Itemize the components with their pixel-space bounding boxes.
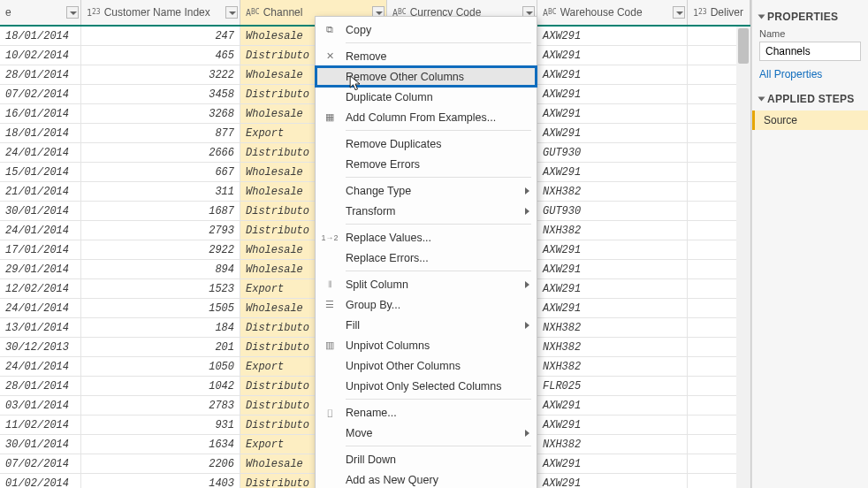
ctx-duplicate-column[interactable]: Duplicate Column [316, 87, 537, 107]
ctx-copy[interactable]: ⧉ Copy [316, 19, 537, 40]
cell-warehouse: GUT930 [537, 143, 688, 162]
cell-date: 11/02/2014 [0, 416, 81, 434]
ctx-rename[interactable]: ⌷ Rename... [316, 402, 537, 423]
separator [346, 42, 531, 43]
cell-warehouse: AXW291 [537, 240, 688, 259]
col-label: Channel [263, 6, 303, 19]
cell-date: 07/02/2014 [0, 454, 81, 473]
cell-warehouse: AXW291 [537, 46, 688, 65]
ctx-unpivot-columns[interactable]: ▥ Unpivot Columns [316, 335, 537, 355]
ctx-label: Change Type [346, 185, 411, 197]
ctx-label: Drill Down [346, 454, 396, 466]
ctx-replace-errors[interactable]: Replace Errors... [316, 248, 537, 268]
submenu-arrow-icon [525, 281, 529, 288]
ctx-label: Transform [346, 205, 396, 217]
numeric-type-icon: 123 [693, 8, 707, 18]
group-icon: ☰ [323, 298, 337, 312]
ctx-group-by[interactable]: ☰ Group By... [316, 294, 537, 315]
cell-index: 877 [81, 124, 240, 142]
cell-index: 2666 [81, 143, 240, 162]
ctx-remove-duplicates[interactable]: Remove Duplicates [316, 133, 537, 154]
ctx-remove-errors[interactable]: Remove Errors [316, 154, 537, 174]
ctx-change-type[interactable]: Change Type [316, 180, 537, 201]
query-name-input[interactable] [759, 42, 861, 61]
cell-date: 30/01/2014 [0, 435, 81, 454]
submenu-arrow-icon [525, 187, 529, 194]
cell-date: 13/01/2014 [0, 318, 81, 337]
col-header-deliver[interactable]: 123 Deliver [688, 0, 750, 25]
ctx-label: Unpivot Columns [346, 339, 430, 352]
split-icon: ⦀ [323, 278, 337, 292]
ctx-add-column-examples[interactable]: ▦ Add Column From Examples... [316, 107, 537, 127]
filter-dropdown-icon[interactable] [66, 6, 79, 19]
ctx-label: Unpivot Only Selected Columns [346, 380, 501, 393]
filter-dropdown-icon[interactable] [673, 6, 685, 19]
ctx-remove[interactable]: ✕ Remove [316, 46, 537, 66]
cell-date: 24/01/2014 [0, 221, 81, 240]
cell-date: 24/01/2014 [0, 299, 81, 317]
copy-icon: ⧉ [323, 23, 337, 37]
cell-warehouse: AXW291 [537, 85, 688, 103]
ctx-move[interactable]: Move [316, 423, 537, 443]
ctx-transform[interactable]: Transform [316, 201, 537, 221]
separator [346, 271, 531, 271]
ctx-add-as-new-query[interactable]: Add as New Query [316, 469, 537, 488]
cell-date: 17/01/2014 [0, 240, 81, 259]
cell-index: 3268 [81, 104, 240, 123]
ctx-label: Copy [346, 24, 371, 36]
cell-warehouse: AXW291 [537, 163, 688, 181]
cell-warehouse: AXW291 [537, 416, 688, 434]
cell-index: 201 [81, 338, 240, 356]
ctx-unpivot-selected[interactable]: Unpivot Only Selected Columns [316, 376, 537, 396]
ctx-unpivot-other[interactable]: Unpivot Other Columns [316, 355, 537, 376]
cell-warehouse: FLR025 [537, 377, 688, 395]
col-label: e [5, 6, 11, 19]
col-label: Deliver [711, 6, 743, 19]
ctx-label: Rename... [346, 407, 397, 419]
cell-warehouse: AXW291 [537, 27, 688, 45]
cell-index: 2793 [81, 221, 240, 240]
ctx-drill-down[interactable]: Drill Down [316, 449, 537, 469]
col-header-index[interactable]: 123 Customer Name Index [81, 0, 240, 25]
ctx-replace-values[interactable]: 1→2 Replace Values... [316, 227, 537, 248]
cell-warehouse: NXH382 [537, 182, 688, 201]
cell-index: 1505 [81, 299, 240, 317]
cell-index: 2783 [81, 396, 240, 415]
ctx-remove-other-columns[interactable]: Remove Other Columns [316, 66, 537, 87]
cell-date: 30/01/2014 [0, 202, 81, 220]
ctx-label: Unpivot Other Columns [346, 360, 461, 372]
cell-index: 3458 [81, 85, 240, 103]
col-label: Customer Name Index [104, 6, 210, 19]
ctx-label: Remove Other Columns [346, 71, 464, 83]
ctx-label: Replace Values... [346, 232, 431, 244]
col-header-warehouse[interactable]: ABC Warehouse Code [537, 0, 688, 25]
ctx-fill[interactable]: Fill [316, 315, 537, 335]
cell-warehouse: AXW291 [537, 454, 688, 473]
filter-dropdown-icon[interactable] [225, 6, 238, 19]
cell-warehouse: NXH382 [537, 435, 688, 454]
ctx-split-column[interactable]: ⦀ Split Column [316, 274, 537, 294]
col-header-date[interactable]: e [0, 0, 81, 25]
cell-index: 184 [81, 318, 240, 337]
submenu-arrow-icon [525, 430, 529, 437]
cell-index: 311 [81, 182, 240, 201]
cell-warehouse: AXW291 [537, 104, 688, 123]
separator [346, 177, 531, 178]
properties-head: PROPERTIES [759, 11, 861, 23]
cell-index: 894 [81, 260, 240, 278]
cell-date: 12/02/2014 [0, 279, 81, 298]
all-properties-link[interactable]: All Properties [759, 68, 861, 80]
submenu-arrow-icon [525, 322, 529, 329]
vertical-scrollbar[interactable] [736, 27, 750, 488]
cell-warehouse: AXW291 [537, 124, 688, 142]
cell-date: 24/01/2014 [0, 143, 81, 162]
cell-date: 28/01/2014 [0, 65, 81, 84]
cell-date: 10/02/2014 [0, 46, 81, 65]
scrollbar-thumb[interactable] [738, 28, 749, 64]
cell-warehouse: AXW291 [537, 474, 688, 488]
cell-date: 21/01/2014 [0, 182, 81, 201]
cell-index: 2922 [81, 240, 240, 259]
step-source[interactable]: Source [752, 111, 868, 130]
add-column-icon: ▦ [323, 111, 337, 125]
cell-warehouse: AXW291 [537, 299, 688, 317]
